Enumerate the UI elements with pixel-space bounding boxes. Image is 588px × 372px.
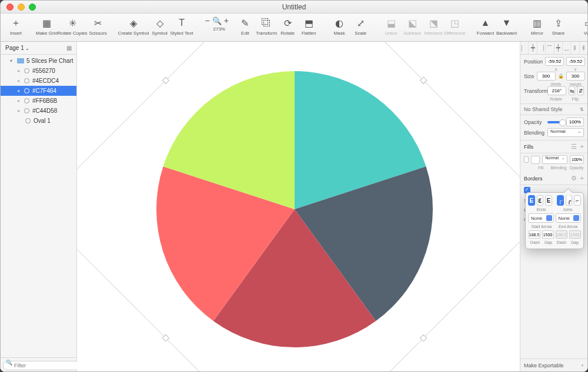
difference-button[interactable]: ◳Difference (444, 16, 465, 36)
scale-button[interactable]: ⤢Scale (350, 16, 371, 36)
flip-v-button[interactable]: ⇵ (577, 86, 584, 95)
symbol-icon: ◇ (153, 16, 167, 30)
shape-icon (24, 98, 29, 103)
insert-button[interactable]: ＋Insert (5, 16, 26, 36)
position-y-input[interactable] (566, 57, 585, 66)
layer-item[interactable]: ◂#C7F464 (1, 86, 76, 96)
gap2-input[interactable] (569, 230, 581, 239)
dash1-input[interactable] (529, 230, 540, 239)
fill-swatch[interactable] (531, 156, 540, 164)
gap1-input[interactable] (542, 230, 554, 239)
join-bevel-button[interactable]: ⌐ (574, 195, 581, 206)
align-row: ⎸ ┿ ⎹ ⎴ ┿ ⎵ ⫴ ⫵ (520, 42, 587, 55)
shape-icon (24, 108, 29, 113)
canvas[interactable] (77, 42, 520, 371)
opacity-input[interactable] (566, 118, 584, 126)
layer-item[interactable]: ◂#FF6B6B (1, 96, 76, 106)
fill-blend-select[interactable]: Normal (542, 155, 567, 164)
layer-folder[interactable]: ▾ 5 Slices Pie Chart (1, 56, 76, 66)
subtract-button[interactable]: ⬕Subtract (402, 16, 423, 36)
fill-opacity-input[interactable] (570, 155, 584, 164)
borders-header: Borders (524, 176, 543, 182)
layer-list: ▾ 5 Slices Pie Chart ◂#556270◂#4ECDC4◂#C… (1, 55, 76, 357)
end-arrow-select[interactable]: None (556, 213, 582, 223)
rotate-input[interactable] (547, 86, 566, 95)
transform-button[interactable]: ⿻Transform (256, 16, 277, 36)
start-arrow-select[interactable]: None (528, 213, 554, 223)
mirror-button[interactable]: ▥Mirror (526, 16, 547, 36)
position-x-input[interactable] (545, 57, 564, 66)
union-button[interactable]: ⬓Union (380, 16, 402, 36)
zoom-value: 273% (213, 26, 225, 32)
end-round-button[interactable]: Ɛ (537, 195, 544, 206)
align-vcenter-button[interactable]: ┿ (554, 42, 563, 54)
page-grid-icon[interactable]: ▦ (66, 45, 72, 51)
fills-settings-icon[interactable]: ☰ (571, 143, 577, 150)
shape-icon (24, 78, 29, 83)
visibility-icon[interactable]: ◂ (17, 68, 21, 73)
align-top-button[interactable]: ⎴ (546, 42, 554, 54)
mask-icon: ◐ (332, 16, 346, 30)
make-exportable-button[interactable]: Make Exportable + (520, 358, 587, 371)
create-symbol-icon: ◈ (126, 16, 141, 30)
intersect-button[interactable]: ⬔Intersect (423, 16, 444, 36)
fill-enabled-checkbox[interactable] (524, 156, 529, 163)
make-grid-button[interactable]: ▦Make Grid (36, 16, 58, 36)
blending-select[interactable]: Normal (547, 128, 584, 137)
opacity-slider[interactable] (547, 121, 564, 123)
visibility-icon[interactable]: ◂ (17, 108, 21, 113)
rotate-button[interactable]: ⟳Rotate (277, 16, 298, 36)
join-round-button[interactable]: ╭ (566, 195, 573, 206)
visibility-icon[interactable]: ◂ (17, 78, 21, 83)
distribute-h-button[interactable]: ⫴ (571, 42, 579, 54)
align-left-button[interactable]: ⎸ (520, 42, 529, 54)
zoom-out-button[interactable]: − (203, 16, 212, 25)
align-right-button[interactable]: ⎹ (537, 42, 546, 54)
flatten-button[interactable]: ⬒Flatten (298, 16, 319, 36)
zoom-group: − 🔍 + (203, 16, 238, 25)
toolbar: ＋Insert ▦Make Grid ✳Rotate Copies ✂Sciss… (1, 14, 587, 42)
layer-item[interactable]: ◂#556270 (1, 66, 76, 76)
width-input[interactable] (537, 72, 556, 81)
inspector: ⎸ ┿ ⎹ ⎴ ┿ ⎵ ⫴ ⫵ Position XY Size 🔒 (520, 42, 587, 371)
zoom-in-button[interactable]: + (222, 16, 231, 25)
rotate-copies-button[interactable]: ✳Rotate Copies (58, 16, 88, 36)
backward-button[interactable]: ▼Backward (496, 16, 517, 36)
mirror-icon: ▥ (530, 16, 544, 30)
edit-button[interactable]: ✎Edit (235, 16, 256, 36)
view-button[interactable]: ▭View (578, 16, 588, 36)
join-miter-button[interactable]: ┌ (557, 195, 564, 206)
shared-style-select[interactable]: No Shared Style⇅ (520, 104, 587, 115)
end-square-button[interactable]: E (545, 195, 552, 206)
flip-h-button[interactable]: ⇋ (569, 86, 575, 95)
forward-button[interactable]: ▲Forward (475, 16, 496, 36)
view-icon: ▭ (582, 16, 588, 30)
visibility-icon[interactable]: ◂ (17, 88, 21, 93)
layer-item[interactable]: ◂#4ECDC4 (1, 76, 76, 86)
distribute-v-button[interactable]: ⫵ (580, 42, 587, 54)
shape-icon (24, 68, 29, 73)
layer-item[interactable]: ◂#C44D58 (1, 106, 76, 116)
share-button[interactable]: ⇪Share (547, 16, 569, 36)
intersect-icon: ⬔ (426, 16, 440, 30)
filter-input[interactable] (3, 361, 84, 370)
share-icon: ⇪ (551, 16, 565, 30)
chevron-updown-icon: ⇅ (580, 107, 584, 112)
create-symbol-button[interactable]: ◈Create Symbol (118, 16, 149, 36)
align-hcenter-button[interactable]: ┿ (529, 42, 537, 54)
height-input[interactable] (566, 72, 585, 81)
add-fill-button[interactable]: + (580, 143, 584, 150)
symbol-button[interactable]: ◇Symbol (149, 16, 171, 36)
scissors-button[interactable]: ✂Scissors (88, 16, 109, 36)
end-butt-button[interactable]: E (528, 195, 535, 206)
styled-text-button[interactable]: TStyled Text (171, 16, 193, 36)
lock-icon[interactable]: 🔒 (558, 73, 564, 79)
add-border-button[interactable]: + (580, 175, 584, 182)
visibility-icon[interactable]: ◂ (17, 98, 21, 103)
dash2-input[interactable] (556, 230, 567, 239)
layer-oval[interactable]: Oval 1 (1, 116, 76, 126)
mask-button[interactable]: ◐Mask (329, 16, 350, 36)
borders-settings-icon[interactable]: ⚙ (571, 175, 577, 182)
align-bottom-button[interactable]: ⎵ (563, 42, 571, 54)
page-selector[interactable]: Page 1 ⌄ ▦ (1, 42, 76, 55)
